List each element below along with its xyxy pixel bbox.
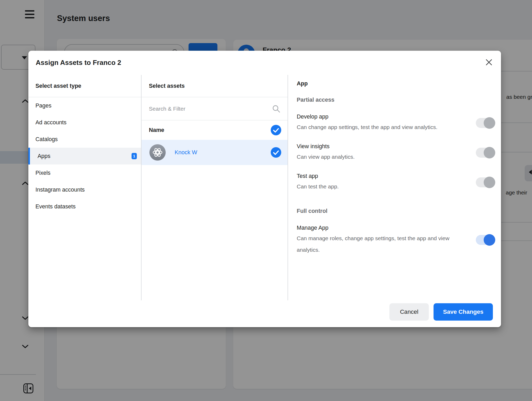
asset-type-pages[interactable]: Pages xyxy=(28,97,141,114)
test-app-toggle[interactable] xyxy=(476,177,495,187)
asset-row-knock-w[interactable]: Knock W xyxy=(142,140,288,165)
permission-test-app: Test app Can test the app. xyxy=(297,172,495,192)
asset-type-apps[interactable]: Apps 1 xyxy=(28,148,141,164)
permission-description: Can test the app. xyxy=(297,181,455,192)
asset-name: Knock W xyxy=(175,149,197,156)
asset-type-column: Select asset type Pages Ad accounts Cata… xyxy=(28,75,141,300)
assets-column: Select assets Name xyxy=(141,75,288,300)
search-icon xyxy=(272,104,281,113)
save-changes-button[interactable]: Save Changes xyxy=(434,303,493,321)
dialog-body: Select asset type Pages Ad accounts Cata… xyxy=(28,75,501,300)
asset-type-events-datasets[interactable]: Events datasets xyxy=(28,198,141,215)
permission-description: Can view app analytics. xyxy=(297,151,455,163)
assets-header: Select assets xyxy=(142,75,288,97)
permission-label: View insights xyxy=(297,142,455,150)
permissions-column: App Partial access Develop app Can chang… xyxy=(288,75,501,300)
permission-develop-app: Develop app Can change app settings, tes… xyxy=(297,113,495,133)
permission-label: Test app xyxy=(297,172,455,180)
asset-type-header: Select asset type xyxy=(28,75,141,97)
close-button[interactable] xyxy=(483,56,495,68)
asset-type-pixels[interactable]: Pixels xyxy=(28,164,141,181)
permission-manage-app: Manage App Can manage roles, change app … xyxy=(297,224,495,256)
permission-view-insights: View insights Can view app analytics. xyxy=(297,142,495,163)
asset-type-catalogs[interactable]: Catalogs xyxy=(28,131,141,148)
assign-assets-dialog: Assign Assets to Franco 2 Select asset t… xyxy=(28,51,501,327)
asset-search-input[interactable] xyxy=(149,106,272,112)
cancel-button[interactable]: Cancel xyxy=(389,303,429,321)
develop-app-toggle[interactable] xyxy=(476,118,495,128)
permission-description: Can change app settings, test the app an… xyxy=(297,121,455,133)
close-icon xyxy=(485,58,493,66)
asset-check-icon[interactable] xyxy=(271,147,281,158)
asset-type-ad-accounts[interactable]: Ad accounts xyxy=(28,114,141,131)
partial-access-section-title: Partial access xyxy=(297,96,495,103)
asset-list-header-row: Name xyxy=(142,120,288,140)
dialog-title: Assign Assets to Franco 2 xyxy=(36,59,121,67)
permission-label: Develop app xyxy=(297,113,455,121)
name-column-header: Name xyxy=(149,127,164,133)
permission-label: Manage App xyxy=(297,224,455,232)
selected-count-badge: 1 xyxy=(132,153,137,159)
atom-icon xyxy=(152,146,164,158)
select-all-check-icon[interactable] xyxy=(271,125,281,135)
asset-type-instagram-accounts[interactable]: Instagram accounts xyxy=(28,181,141,198)
view-insights-toggle[interactable] xyxy=(476,148,495,158)
permission-description: Can manage roles, change app settings, t… xyxy=(297,233,455,256)
app-avatar xyxy=(149,144,166,161)
permissions-header: App xyxy=(297,80,495,87)
manage-app-toggle[interactable] xyxy=(476,235,495,245)
asset-search-row xyxy=(142,97,288,120)
dialog-footer: Cancel Save Changes xyxy=(389,303,493,321)
full-control-section-title: Full control xyxy=(297,208,495,214)
